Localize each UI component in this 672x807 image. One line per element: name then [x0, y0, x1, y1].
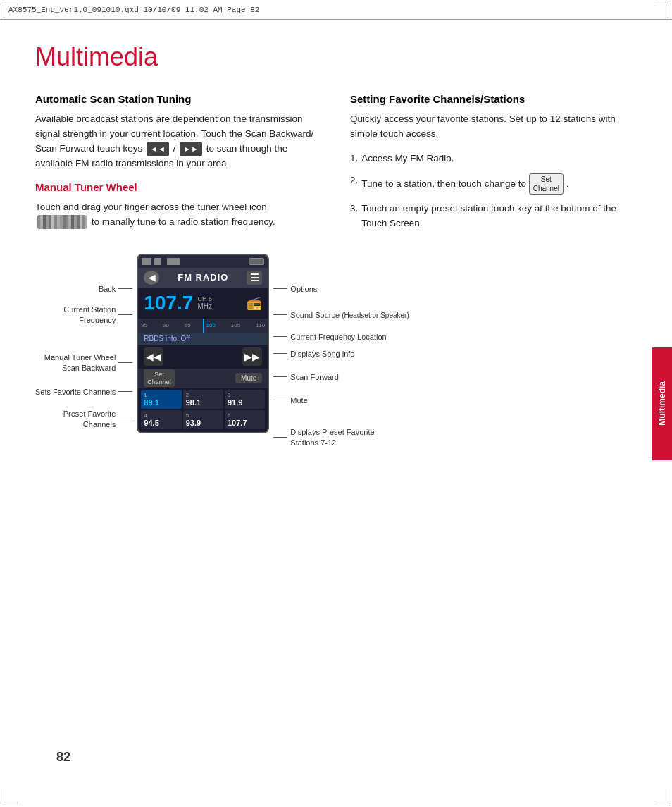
list-text-2: Tune to a station, then touch change to … — [361, 173, 568, 195]
fm-frequency-display: 107.7 — [144, 292, 193, 314]
scale-100: 100 — [206, 322, 216, 328]
header-text: AX8575_Eng_ver1.0_091010.qxd 10/10/09 11… — [8, 6, 259, 14]
connector-song-info — [273, 353, 287, 354]
list-item: 2. Tune to a station, then touch change … — [350, 173, 637, 195]
fm-signal-indicator: 📻 — [247, 295, 262, 311]
corner-mark-br — [654, 789, 668, 803]
list-num-1: 1. — [350, 152, 358, 166]
label-sound-source: Sound Source (Headset or Speaker) — [290, 311, 409, 319]
diagram-section: Back Current StationFrequency Manual Tun… — [35, 254, 637, 451]
page-title: Multimedia — [35, 42, 637, 72]
left-column: Automatic Scan Station Tuning Available … — [35, 93, 322, 240]
scan-forward-btn: ►► — [180, 142, 202, 156]
slash-separator: / — [173, 143, 179, 154]
set-channel-button[interactable]: Set Channel — [144, 369, 175, 388]
list-item: 1. Access My FM Radio. — [350, 152, 637, 166]
label-options-row: Options — [273, 279, 317, 299]
preset-freq-5: 93.9 — [186, 419, 220, 427]
label-song-info-row: Displays Song info — [273, 345, 354, 362]
scale-85: 85 — [141, 322, 147, 328]
scan-backward-btn: ◄◄ — [147, 142, 169, 156]
list-text-1: Access My FM Radio. — [361, 152, 454, 166]
manual-tuner-text1: Touch and drag your finger across the tu… — [35, 202, 267, 212]
list-item: 3. Touch an empty preset station touch k… — [350, 202, 637, 231]
list-num-3: 3. — [350, 202, 358, 231]
preset-cell-1[interactable]: 1 89.1 — [141, 390, 181, 409]
label-freq-loc-row: Current Frequency Location — [273, 330, 386, 344]
fm-bottom-bar: Set Channel Mute — [138, 369, 268, 388]
label-sound-row: Sound Source (Headset or Speaker) — [273, 302, 409, 328]
mute-label: Mute — [241, 374, 256, 382]
label-freq-row: Current StationFrequency — [63, 302, 132, 328]
label-song-info: Displays Song info — [290, 350, 354, 358]
scale-95: 95 — [185, 322, 191, 328]
scan-backward-icon: ◄◄ — [150, 143, 166, 155]
side-tab: Multimedia — [652, 347, 672, 460]
connector-mute — [273, 400, 287, 400]
preset-num-3: 3 — [228, 392, 262, 398]
scan-backward-ctrl-icon: ◀◀ — [146, 351, 161, 362]
fm-status-bar — [138, 255, 268, 268]
battery-icon — [249, 258, 264, 265]
preset-cell-2[interactable]: 2 98.1 — [183, 390, 223, 409]
manual-tuner-heading: Manual Tuner Wheel — [35, 181, 322, 193]
connector-preset — [118, 419, 132, 419]
set-channel-inline-btn: SetChannel — [529, 173, 564, 195]
preset-num-2: 2 — [186, 392, 220, 398]
set-channel-label: Set Channel — [147, 371, 171, 386]
label-frequency: Current StationFrequency — [63, 304, 116, 325]
preset-cell-6[interactable]: 6 107.7 — [225, 410, 265, 429]
fm-unit: MHz — [197, 302, 212, 310]
fm-options-button[interactable]: ☰ — [247, 271, 262, 285]
label-preset-fav-stations: Displays Preset FavoriteStations 7-12 — [290, 427, 374, 448]
preset-cell-5[interactable]: 5 93.9 — [183, 410, 223, 429]
fm-channel: CH 6 — [197, 295, 212, 302]
preset-freq-3: 91.9 — [228, 398, 262, 407]
scan-forward-ctrl-icon: ▶▶ — [244, 351, 260, 362]
auto-scan-heading: Automatic Scan Station Tuning — [35, 93, 322, 105]
fm-scale-marker — [203, 319, 204, 333]
label-scan-forward-row: Scan Forward — [273, 365, 338, 389]
page-container: AX8575_Eng_ver1.0_091010.qxd 10/10/09 11… — [0, 0, 672, 807]
manual-tuner-text2: to manally tune to a radio station frequ… — [92, 216, 275, 227]
right-column: Setting Favorite Channels/Stations Quick… — [350, 93, 637, 240]
label-preset-fav-row: Displays Preset FavoriteStations 7-12 — [273, 424, 374, 451]
fm-back-button[interactable]: ◀ — [144, 271, 159, 285]
label-mute: Mute — [290, 396, 307, 405]
options-icon: ☰ — [250, 272, 259, 283]
preset-num-6: 6 — [228, 412, 262, 419]
fm-scan-forward-button[interactable]: ▶▶ — [242, 347, 262, 366]
fm-scan-backward-button[interactable]: ◀◀ — [144, 347, 163, 366]
label-preset: Preset FavoriteChannels — [63, 409, 116, 429]
preset-cell-4[interactable]: 4 94.5 — [141, 410, 181, 429]
label-options: Options — [290, 285, 317, 293]
status-icon-2 — [154, 258, 161, 265]
preset-freq-2: 98.1 — [186, 398, 220, 407]
connector-scan-forward — [273, 376, 287, 377]
fm-freq-sub: CH 6 MHz — [197, 295, 212, 310]
left-labels-container: Back Current StationFrequency Manual Tun… — [35, 254, 132, 433]
list-text-3: Touch an empty preset station touch key … — [361, 202, 637, 231]
content-area: Multimedia Automatic Scan Station Tuning… — [35, 28, 637, 779]
fm-presets-grid: 1 89.1 2 98.1 3 91.9 4 9 — [138, 388, 268, 432]
diagram-wrapper: Back Current StationFrequency Manual Tun… — [35, 254, 637, 451]
status-icon-3 — [167, 258, 180, 265]
corner-mark-bl — [4, 789, 18, 803]
scale-105: 105 — [231, 322, 240, 328]
connector-options — [273, 288, 287, 289]
fm-rbds-bar: RBDS info. Off — [138, 333, 268, 345]
connector-back — [118, 288, 132, 289]
fm-top-bar: ◀ FM RADIO ☰ — [138, 268, 268, 288]
scan-forward-icon: ►► — [183, 143, 199, 155]
mute-button[interactable]: Mute — [235, 373, 262, 383]
header-bar: AX8575_Eng_ver1.0_091010.qxd 10/10/09 11… — [0, 0, 672, 20]
manual-tuner-body: Touch and drag your finger across the tu… — [35, 200, 322, 230]
label-freq-location: Current Frequency Location — [290, 333, 386, 341]
preset-num-4: 4 — [144, 412, 178, 419]
fm-frequency-bar: 107.7 CH 6 MHz 📻 — [138, 288, 268, 319]
preset-freq-1: 89.1 — [144, 398, 178, 407]
fm-radio-ui: ◀ FM RADIO ☰ 107.7 CH 6 MHz — [137, 254, 269, 433]
sound-source-sub: (Headset or Speaker) — [342, 312, 409, 319]
preset-cell-3[interactable]: 3 91.9 — [225, 390, 265, 409]
label-preset-row: Preset FavoriteChannels — [63, 406, 133, 433]
